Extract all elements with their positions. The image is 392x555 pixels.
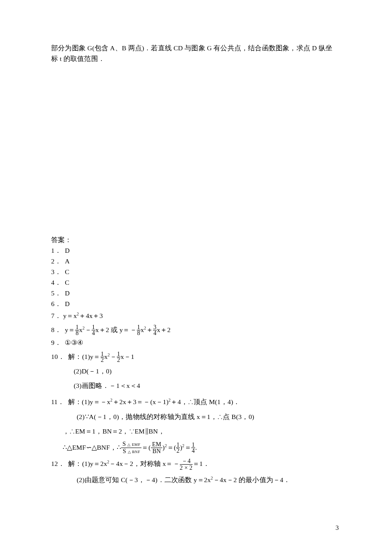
q8-pre: y＝ xyxy=(65,326,75,333)
q11-num: 11． xyxy=(51,399,65,406)
answer-2: 2． A xyxy=(51,256,341,266)
q10-m1: x xyxy=(104,353,108,360)
q10-l2: (2)D(－1，0) xyxy=(74,367,112,375)
q11-l4f: ＝ xyxy=(184,444,191,451)
answers-header: 答案： xyxy=(51,234,341,245)
q10-f2: 12 xyxy=(117,351,121,363)
q10-lead: 解：(1)y＝ xyxy=(68,353,100,360)
q4-val: C xyxy=(65,279,69,286)
q2-val: A xyxy=(65,257,69,265)
q9-num: 9． xyxy=(51,339,61,346)
q12-frac: －42 × 2 xyxy=(180,458,193,471)
q12-num: 12． xyxy=(51,460,65,467)
answer-12-2: (2)由题意可知 C(－3，－4)．二次函数 y＝2x2－4x－2 的最小值为－… xyxy=(51,471,341,487)
q8-m3: x＋2 或 y＝－ xyxy=(95,326,137,333)
q12-l1c: ＝1． xyxy=(193,460,210,467)
q10-m3: x－1 xyxy=(121,353,134,360)
q11-f2: EMBN xyxy=(151,442,162,454)
q11-l1c: ＋4，∴顶点 M(1，4)． xyxy=(170,399,240,406)
q8-num: 8． xyxy=(51,326,61,333)
q11-f4: 14 xyxy=(191,442,195,454)
q11-l4a: ∴△EMF∽△BNF，∴ xyxy=(63,444,121,451)
q10-m2: － xyxy=(110,353,117,360)
answer-11-1: 11． 解：(1)y＝－x2＋2x＋3＝－(x－1)2＋4，∴顶点 M(1，4)… xyxy=(51,393,341,409)
q8-m4: x xyxy=(141,326,144,333)
q12-l2b: －4x－2 的最小值为－4． xyxy=(213,477,291,484)
q12-l1b: －4x－2，对称轴 x＝－ xyxy=(109,460,179,467)
q10-f1: 12 xyxy=(101,351,104,363)
q11-f3: 12 xyxy=(176,442,180,454)
answer-12-1: 12． 解：(1)y＝2x2－4x－2，对称轴 x＝－－42 × 2＝1． xyxy=(51,455,341,471)
q11-l2: (2)∵A(－1，0)，抛物线的对称轴为直线 x＝1，∴点 B(3，0) xyxy=(77,413,254,420)
answer-10-1: 10． 解：(1)y＝12x2－12x－1 xyxy=(51,348,341,364)
q8-f1: 18 xyxy=(75,324,79,336)
q11-l4d: ＝( xyxy=(167,444,176,451)
q11-l3: ，∴EM＝1，BN＝2，∵EM∥BN， xyxy=(63,428,165,435)
blank-gap xyxy=(51,64,341,234)
answer-1: 1． D xyxy=(51,245,341,256)
q6-num: 6． xyxy=(51,300,61,307)
answer-11-3: ，∴EM＝1，BN＝2，∵EM∥BN， xyxy=(51,424,341,439)
q12-l1a: 解：(1)y＝2x xyxy=(68,460,107,467)
q5-val: D xyxy=(65,289,69,297)
q11-l1b: ＋2x＋3＝－(x－1) xyxy=(112,399,168,406)
q12-l2a: (2)由题意可知 C(－3，－4)．二次函数 y＝2x xyxy=(77,477,211,484)
q7-mid: ＋4x＋3 xyxy=(79,312,103,319)
q3-num: 3． xyxy=(51,268,61,275)
intro-line-2: 标 t 的取值范围． xyxy=(51,53,341,64)
q1-val: D xyxy=(65,247,69,254)
answer-10-3: (3)画图略．－1＜x＜4 xyxy=(51,379,341,393)
page: 部分为图象 G(包含 A、B 两点)．若直线 CD 与图象 G 有公共点，结合函… xyxy=(0,0,392,555)
q1-num: 1． xyxy=(51,247,61,254)
answer-11-4: ∴△EMF∽△BNF，∴S △ EMFS △ BNF＝(EMBN)2＝(12)2… xyxy=(51,439,341,455)
answer-8: 8． y＝18x2－14x＋2 或 y＝－18x2＋34x＋2 xyxy=(51,321,341,337)
q9-val: ①③④ xyxy=(65,339,83,346)
q7-num: 7． xyxy=(51,312,61,319)
page-number: 3 xyxy=(336,524,339,532)
answer-5: 5． D xyxy=(51,288,341,298)
q11-l4g: . xyxy=(195,444,197,451)
q8-m1: x xyxy=(79,326,83,333)
q7-pre: y＝x xyxy=(63,312,77,319)
answer-6: 6． D xyxy=(51,298,341,309)
q8-f3: 18 xyxy=(137,324,141,336)
q8-m5: ＋ xyxy=(146,326,153,333)
q11-l4b: ＝( xyxy=(141,444,151,451)
q11-bigfrac: S △ EMFS △ BNF xyxy=(121,441,141,455)
q5-num: 5． xyxy=(51,289,61,297)
answer-10-2: (2)D(－1，0) xyxy=(51,364,341,379)
q10-num: 10． xyxy=(51,353,65,360)
answer-7: 7． y＝x2＋4x＋3 xyxy=(51,309,341,321)
q11-l1a: 解：(1)y＝－x xyxy=(68,399,110,406)
answer-9: 9． ①③④ xyxy=(51,337,341,348)
q6-val: D xyxy=(65,300,69,307)
q8-f4: 34 xyxy=(153,324,157,336)
q2-num: 2． xyxy=(51,257,61,265)
answer-4: 4． C xyxy=(51,277,341,288)
intro-line-1: 部分为图象 G(包含 A、B 两点)．若直线 CD 与图象 G 有公共点，结合函… xyxy=(51,43,341,53)
answer-11-2: (2)∵A(－1，0)，抛物线的对称轴为直线 x＝1，∴点 B(3，0) xyxy=(51,410,341,424)
q8-m6: x＋2 xyxy=(157,326,170,333)
q4-num: 4． xyxy=(51,279,61,286)
answer-3: 3． C xyxy=(51,266,341,277)
q10-l3: (3)画图略．－1＜x＜4 xyxy=(74,382,140,389)
q3-val: C xyxy=(65,268,69,275)
q8-f2: 14 xyxy=(92,324,95,336)
q8-m2: － xyxy=(85,326,92,333)
